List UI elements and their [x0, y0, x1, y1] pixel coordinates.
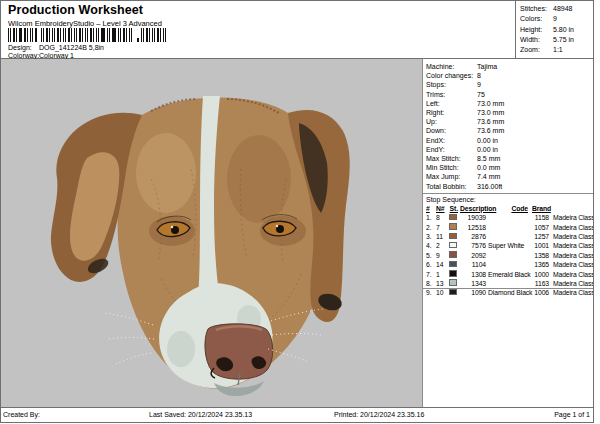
thread-code: 1365: [530, 260, 551, 269]
page-title: Production Worksheet: [8, 3, 143, 17]
stat-value: 5.75 in: [553, 35, 574, 45]
machine-info-value: 73.0 mm: [477, 99, 504, 108]
row-number: 8.: [426, 279, 436, 288]
color-swatch: [449, 270, 457, 277]
machine-info-label: EndY:: [426, 145, 477, 154]
table-row: 4. 2 7576 Super White 1001 Madeira Class…: [426, 241, 593, 250]
thread-code: 1000: [530, 270, 551, 279]
machine-info-label: Min Stitch:: [426, 163, 477, 172]
machine-info-label: Color changes:: [426, 71, 477, 80]
machine-info-label: Left:: [426, 99, 477, 108]
machine-info-label: Max Stitch:: [426, 154, 477, 163]
row-number: 4.: [426, 241, 436, 250]
table-row: 6. 14 1104 1365 Madeira Classic 40: [426, 260, 593, 269]
machine-info-label: Right:: [426, 108, 477, 117]
stitch-count: 2092: [460, 251, 488, 260]
thread-code: 1158: [530, 213, 551, 222]
swatch-cell: [449, 241, 460, 250]
machine-info-row: Machine: Tajima: [426, 62, 593, 71]
thread-brand: Madeira Classic 40: [551, 270, 594, 279]
machine-info-value: 8: [477, 71, 481, 80]
table-row: 2. 7 12518 1057 Madeira Classic 40: [426, 223, 593, 232]
row-number: 9.: [426, 288, 436, 297]
machine-info-row: Stops: 9: [426, 80, 593, 89]
dog-design-image: [1, 59, 422, 407]
column-header: #: [426, 204, 436, 213]
machine-info-label: Total Bobbin:: [426, 182, 477, 191]
machine-info-value: 73.6 mm: [477, 117, 504, 126]
stitch-count: 2876: [460, 232, 488, 241]
machine-info-row: Down: 73.6 mm: [426, 126, 593, 135]
thread-brand: Madeira Classic 40: [551, 251, 594, 260]
needle-number: 14: [436, 260, 449, 269]
machine-info-value: 75: [477, 90, 485, 99]
stop-sequence-header-row: #N#St.DescriptionCodeBrand: [426, 204, 593, 213]
machine-info-row: Up: 73.6 mm: [426, 117, 593, 126]
table-row: 8. 13 1343 1163 Madeira Classic 40: [426, 279, 593, 288]
table-row: 9. 10 1090 Diamond Black 1006 Madeira Cl…: [426, 288, 593, 297]
stop-sequence-title: Stop Sequence:: [426, 195, 593, 204]
color-swatch: [449, 289, 457, 296]
machine-info-value: 0.0 mm: [477, 163, 500, 172]
thread-brand: Madeira Classic 40: [551, 232, 594, 241]
stat-row: Zoom: 1:1: [520, 45, 593, 55]
app-subtitle: Wilcom EmbroideryStudio – Level 3 Advanc…: [8, 19, 162, 28]
machine-info-value: 8.5 mm: [477, 154, 500, 163]
row-number: 3.: [426, 232, 436, 241]
machine-info-label: Stops:: [426, 80, 477, 89]
row-number: 5.: [426, 251, 436, 260]
stat-label: Height:: [520, 25, 553, 35]
machine-info-panel: Machine: Tajima Color changes: 8 Stops: …: [423, 59, 593, 289]
barcode-separator-icon: [137, 38, 139, 42]
swatch-cell: [449, 288, 460, 297]
machine-info-row: EndX: 0.00 in: [426, 136, 593, 145]
machine-info-value: 0.00 in: [477, 145, 498, 154]
machine-info-label: Max Jump:: [426, 172, 477, 181]
design-preview: [1, 59, 423, 407]
header: Production Worksheet Wilcom EmbroiderySt…: [1, 1, 593, 59]
stitch-count: 7576: [460, 241, 488, 250]
color-swatch: [449, 242, 457, 249]
machine-info-list: Machine: Tajima Color changes: 8 Stops: …: [426, 62, 593, 191]
stitch-count: 1090: [460, 288, 488, 297]
stat-value: 5.80 in: [553, 25, 574, 35]
table-row: 5. 9 2092 1358 Madeira Classic 40: [426, 251, 593, 260]
machine-info-row: EndY: 0.00 in: [426, 145, 593, 154]
color-swatch: [449, 261, 457, 268]
thread-brand: Madeira Classic 40: [551, 260, 594, 269]
stat-label: Width:: [520, 35, 553, 45]
machine-info-row: Max Stitch: 8.5 mm: [426, 154, 593, 163]
needle-number: 10: [436, 288, 449, 297]
column-header: Code: [488, 204, 530, 213]
stitch-count: 1308: [460, 270, 488, 279]
needle-number: 9: [436, 251, 449, 260]
swatch-cell: [449, 260, 460, 269]
machine-info-value: 9: [477, 80, 481, 89]
color-swatch: [449, 251, 457, 258]
needle-number: 2: [436, 241, 449, 250]
barcode-bars-icon: [141, 28, 168, 42]
machine-info-value: Tajima: [477, 62, 497, 71]
machine-info-label: EndX:: [426, 136, 477, 145]
panel-divider: [423, 193, 593, 194]
printed-label: Printed: 20/12/2024 23.35.16: [334, 408, 424, 422]
stitch-count: 1104: [460, 260, 488, 269]
thread-code: 1257: [530, 232, 551, 241]
machine-info-row: Min Stitch: 0.0 mm: [426, 163, 593, 172]
thread-code: 1001: [530, 241, 551, 250]
color-swatch: [449, 214, 457, 221]
table-row: 1. 8 19039 1158 Madeira Classic 40: [426, 213, 593, 222]
swatch-cell: [449, 279, 460, 288]
column-header: N#: [436, 204, 449, 213]
barcode-bars-icon: [8, 28, 134, 42]
thread-description: Diamond Black: [488, 288, 530, 297]
swatch-cell: [449, 213, 460, 222]
stat-value: 1:1: [553, 45, 563, 55]
stat-label: Colors:: [520, 14, 553, 24]
needle-number: 7: [436, 223, 449, 232]
last-saved-label: Last Saved: 20/12/2024 23.35.13: [149, 408, 252, 422]
stat-label: Stitches:: [520, 4, 553, 14]
machine-info-value: 0.00 in: [477, 136, 498, 145]
thread-description: Super White: [488, 241, 530, 250]
row-number: 6.: [426, 260, 436, 269]
